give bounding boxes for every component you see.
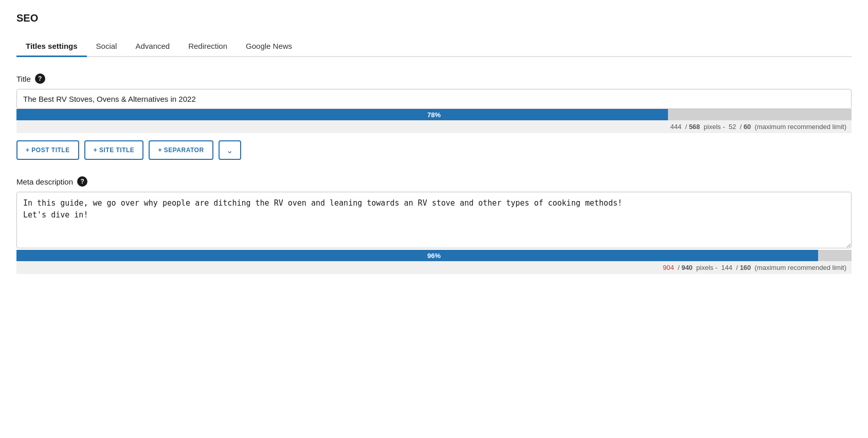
meta-description-section: Meta description ? 96% 904 / 940 pixels … <box>16 176 852 274</box>
meta-progress-bar-fill <box>16 250 818 261</box>
tab-redirection[interactable]: Redirection <box>179 36 237 57</box>
title-input[interactable] <box>16 89 852 109</box>
title-progress-bar-container: 78% <box>16 109 852 120</box>
tab-social[interactable]: Social <box>87 36 126 57</box>
meta-pixel-info: 904 / 940 pixels - 144 / 160 (maximum re… <box>16 261 852 274</box>
post-title-button[interactable]: + POST TITLE <box>16 140 79 160</box>
tab-advanced[interactable]: Advanced <box>126 36 179 57</box>
title-progress-bar-fill <box>16 109 668 120</box>
title-buttons-row: + POST TITLE + SITE TITLE + SEPARATOR ⌄ <box>16 140 852 160</box>
meta-progress-bar-container: 96% <box>16 250 852 261</box>
tabs-nav: Titles settings Social Advanced Redirect… <box>16 36 852 57</box>
more-tags-dropdown-button[interactable]: ⌄ <box>219 140 241 160</box>
meta-description-label: Meta description ? <box>16 176 852 187</box>
page-title: SEO <box>16 12 852 24</box>
title-field-label: Title ? <box>16 74 852 84</box>
title-help-icon[interactable]: ? <box>35 74 45 84</box>
meta-description-textarea[interactable] <box>16 192 852 248</box>
separator-button[interactable]: + SEPARATOR <box>149 140 213 160</box>
title-pixel-info: 444 / 568 pixels - 52 / 60 (maximum reco… <box>16 120 852 133</box>
site-title-button[interactable]: + SITE TITLE <box>84 140 144 160</box>
tab-google-news[interactable]: Google News <box>237 36 301 57</box>
tab-titles-settings[interactable]: Titles settings <box>16 36 87 57</box>
chevron-down-icon: ⌄ <box>226 145 233 155</box>
meta-description-help-icon[interactable]: ? <box>77 176 87 187</box>
title-section: Title ? 78% 444 / 568 pixels - 52 / 60 (… <box>16 74 852 160</box>
